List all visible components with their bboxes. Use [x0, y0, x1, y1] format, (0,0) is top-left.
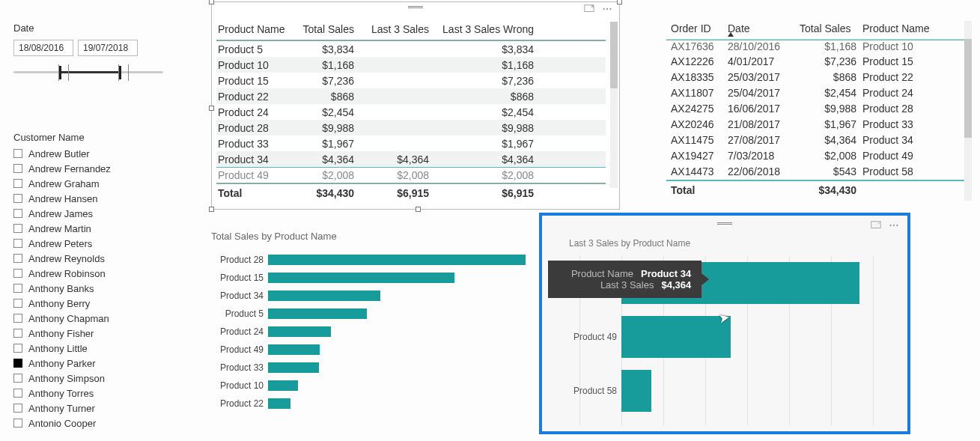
chart-bar[interactable]: Product 24 — [211, 323, 526, 341]
chart-bar[interactable]: Product 22 — [211, 395, 526, 413]
checkbox-icon[interactable] — [13, 359, 22, 368]
table-row[interactable]: AX122264/01/2017$7,236Product 15 — [666, 55, 972, 71]
checkbox-icon[interactable] — [13, 419, 22, 428]
customer-item[interactable]: Anthony Turner — [13, 401, 163, 416]
table-row[interactable]: Product 22$868$868 — [216, 88, 606, 104]
table-row[interactable]: Product 33$1,967$1,967 — [216, 136, 606, 151]
customer-item[interactable]: Anthony Chapman — [13, 311, 163, 326]
customer-item[interactable]: Anthony Fisher — [13, 326, 163, 341]
order-scrollbar[interactable] — [964, 21, 972, 201]
table-row[interactable]: Product 34$4,364$4,364$4,364 — [216, 151, 606, 167]
col-product-name[interactable]: Product Name — [862, 22, 952, 34]
col-total-sales[interactable]: Total Sales — [800, 22, 862, 34]
customer-item[interactable]: Antonio Cooper — [13, 416, 163, 431]
checkbox-icon[interactable] — [13, 149, 22, 158]
customer-item[interactable]: Andrew Butler — [13, 146, 163, 161]
table-row[interactable]: Product 15$7,236$7,236 — [216, 73, 606, 88]
checkbox-icon[interactable] — [13, 374, 22, 383]
checkbox-icon[interactable] — [13, 254, 22, 263]
checkbox-icon[interactable] — [13, 299, 22, 308]
chart-bar[interactable]: Product 15 — [211, 269, 526, 287]
checkbox-icon[interactable] — [13, 224, 22, 233]
resize-handle[interactable] — [416, 207, 421, 212]
chart-bar[interactable]: Product 10 — [211, 377, 526, 395]
more-options-icon[interactable] — [601, 4, 613, 14]
chart-bar[interactable]: Product 58 — [564, 364, 894, 418]
col-order-id[interactable]: Order ID — [671, 22, 728, 34]
focus-mode-icon[interactable] — [583, 4, 595, 14]
focus-mode-icon[interactable] — [870, 220, 882, 231]
customer-item[interactable]: Andrew Graham — [13, 176, 163, 191]
table-row[interactable]: Product 5$3,834$3,834 — [216, 41, 606, 57]
chart-bar[interactable]: Product 34 — [211, 287, 526, 305]
checkbox-icon[interactable] — [13, 269, 22, 278]
order-table-visual[interactable]: Order ID Date Total Sales Product Name A… — [666, 21, 972, 201]
chart-bar[interactable]: Product 28 — [211, 251, 526, 269]
checkbox-icon[interactable] — [13, 314, 22, 323]
table-row[interactable]: Product 28$9,988$9,988 — [216, 120, 606, 136]
col-date[interactable]: Date — [728, 22, 800, 34]
customer-item[interactable]: Andrew Peters — [13, 236, 163, 251]
table-row[interactable]: AX1447322/06/2018$543Product 58 — [666, 165, 972, 181]
checkbox-icon[interactable] — [13, 389, 22, 398]
total-sales-chart[interactable]: Total Sales by Product Name Product 28Pr… — [211, 231, 526, 439]
table-row[interactable]: AX2427516/06/2017$9,988Product 28 — [666, 103, 972, 118]
col-product-name[interactable]: Product Name — [218, 23, 300, 35]
col-total-sales[interactable]: Total Sales — [300, 23, 368, 35]
resize-handle[interactable] — [617, 0, 622, 4]
table-scrollbar[interactable] — [610, 22, 618, 188]
date-end-input[interactable]: 19/07/2018 — [78, 40, 138, 56]
table-row[interactable]: AX2024621/08/2017$1,967Product 33 — [666, 118, 972, 134]
chart-bar[interactable]: Product 49 — [211, 341, 526, 359]
customer-item[interactable]: Andrew Robinson — [13, 266, 163, 281]
checkbox-icon[interactable] — [13, 284, 22, 293]
checkbox-icon[interactable] — [13, 164, 22, 173]
visual-drag-handle[interactable] — [717, 222, 732, 225]
checkbox-icon[interactable] — [13, 329, 22, 338]
scrollbar-thumb[interactable] — [964, 39, 972, 138]
customer-item[interactable]: Anthony Little — [13, 341, 163, 356]
date-slider[interactable] — [13, 65, 163, 83]
chart-bar[interactable]: Product 5 — [211, 305, 526, 323]
customer-item[interactable]: Anthony Simpson — [13, 371, 163, 386]
chart-bar[interactable]: Product 33 — [211, 359, 526, 377]
resize-handle[interactable] — [209, 106, 214, 111]
table-row[interactable]: Product 49$2,008$2,008$2,008 — [216, 167, 606, 183]
customer-item[interactable]: Andrew Fernandez — [13, 161, 163, 176]
table-row[interactable]: AX194277/03/2018$2,008Product 49 — [666, 150, 972, 165]
checkbox-icon[interactable] — [13, 344, 22, 353]
slider-handle-left[interactable] — [58, 66, 61, 79]
cell-last3wrong: $1,967 — [442, 138, 547, 150]
checkbox-icon[interactable] — [13, 404, 22, 413]
table-row[interactable]: Product 24$2,454$2,454 — [216, 104, 606, 120]
sales-table-visual[interactable]: Product Name Total Sales Last 3 Sales La… — [211, 1, 620, 210]
checkbox-icon[interactable] — [13, 209, 22, 218]
checkbox-icon[interactable] — [13, 179, 22, 188]
customer-item[interactable]: Andrew Hansen — [13, 191, 163, 206]
customer-item[interactable]: Andrew James — [13, 206, 163, 221]
more-options-icon[interactable] — [888, 220, 900, 231]
slider-handle-right[interactable] — [118, 66, 121, 79]
table-row[interactable]: Product 10$1,168$1,168 — [216, 57, 606, 73]
table-row[interactable]: AX1763628/10/2016$1,168Product 10 — [666, 40, 972, 55]
checkbox-icon[interactable] — [13, 239, 22, 248]
customer-item[interactable]: Andrew Reynolds — [13, 251, 163, 266]
table-row[interactable]: AX1833525/03/2017$868Product 22 — [666, 71, 972, 87]
last3-sales-chart[interactable]: Last 3 Sales by Product Name Product 34P… — [539, 213, 910, 434]
customer-item[interactable]: Anthony Parker — [13, 356, 163, 371]
checkbox-icon[interactable] — [13, 194, 22, 203]
cell-product: Product 33 — [862, 118, 952, 134]
resize-handle[interactable] — [209, 207, 214, 212]
col-last3-wrong[interactable]: Last 3 Sales Wrong — [442, 23, 547, 35]
customer-item[interactable]: Anthony Berry — [13, 296, 163, 311]
customer-item[interactable]: Anthony Banks — [13, 281, 163, 296]
customer-item[interactable]: Anthony Torres — [13, 386, 163, 401]
customer-item[interactable]: Andrew Martin — [13, 221, 163, 236]
visual-drag-handle[interactable] — [408, 5, 423, 10]
col-last3-sales[interactable]: Last 3 Sales — [368, 23, 442, 35]
table-row[interactable]: AX1147527/08/2017$4,364Product 34 — [666, 134, 972, 150]
date-start-input[interactable]: 18/08/2016 — [13, 40, 73, 56]
resize-handle[interactable] — [209, 0, 214, 4]
scrollbar-thumb[interactable] — [610, 22, 618, 88]
table-row[interactable]: AX1180725/04/2017$2,454Product 24 — [666, 87, 972, 103]
